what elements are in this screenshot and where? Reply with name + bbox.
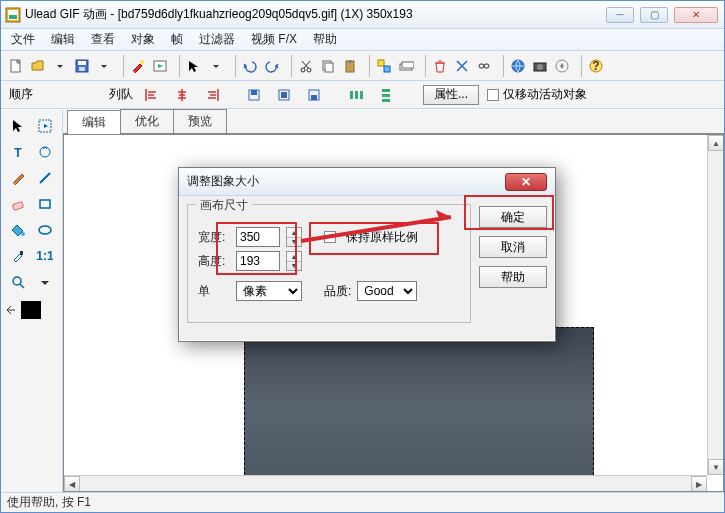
scrollbar-vertical[interactable]: ▲▼ bbox=[707, 135, 723, 475]
camera-icon[interactable] bbox=[529, 55, 551, 77]
zoom-1-1-tool[interactable]: 1:1 bbox=[33, 244, 59, 268]
align-center-icon[interactable] bbox=[171, 84, 193, 106]
motion-tool[interactable] bbox=[33, 140, 59, 164]
undo-icon[interactable] bbox=[239, 55, 261, 77]
maximize-button[interactable]: ▢ bbox=[640, 7, 668, 23]
dialog-titlebar[interactable]: 调整图象大小 ✕ bbox=[179, 168, 555, 196]
minimize-button[interactable]: ─ bbox=[606, 7, 634, 23]
pointer-tool[interactable] bbox=[5, 114, 31, 138]
rect-tool[interactable] bbox=[33, 192, 59, 216]
svg-rect-32 bbox=[311, 95, 317, 100]
ok-button[interactable]: 确定 bbox=[479, 206, 547, 228]
menu-frame[interactable]: 帧 bbox=[163, 29, 191, 50]
arrow-icon[interactable] bbox=[183, 55, 205, 77]
distribute-h-icon[interactable] bbox=[345, 84, 367, 106]
tab-optimize[interactable]: 优化 bbox=[120, 109, 174, 133]
align-left-icon[interactable] bbox=[141, 84, 163, 106]
eyedrop-tool[interactable] bbox=[5, 244, 31, 268]
width-input[interactable] bbox=[236, 227, 280, 247]
dropdown-icon[interactable] bbox=[205, 55, 227, 77]
dropdown-icon[interactable] bbox=[93, 55, 115, 77]
svg-rect-38 bbox=[382, 99, 390, 102]
unit-label: 单 bbox=[198, 283, 230, 300]
ellipse-tool[interactable] bbox=[33, 218, 59, 242]
menu-file[interactable]: 文件 bbox=[3, 29, 43, 50]
swap-color-icon[interactable] bbox=[5, 304, 17, 316]
keep-ratio-checkbox[interactable] bbox=[324, 231, 336, 243]
svg-rect-36 bbox=[382, 89, 390, 92]
scroll-down-icon[interactable]: ▼ bbox=[708, 459, 724, 475]
save-icon[interactable] bbox=[71, 55, 93, 77]
zoom-tool[interactable] bbox=[5, 270, 31, 294]
menu-help[interactable]: 帮助 bbox=[305, 29, 345, 50]
select-tool[interactable] bbox=[33, 114, 59, 138]
separator bbox=[576, 55, 582, 77]
quality-select[interactable]: Good bbox=[357, 281, 417, 301]
menu-edit[interactable]: 编辑 bbox=[43, 29, 83, 50]
tab-preview[interactable]: 预览 bbox=[173, 109, 227, 133]
svg-rect-15 bbox=[378, 60, 384, 66]
scroll-right-icon[interactable]: ▶ bbox=[691, 476, 707, 492]
line-tool[interactable] bbox=[33, 166, 59, 190]
tab-edit[interactable]: 编辑 bbox=[67, 110, 121, 134]
move-only-check[interactable]: 仅移动活动对象 bbox=[487, 86, 587, 103]
web-icon[interactable] bbox=[507, 55, 529, 77]
link-icon[interactable] bbox=[473, 55, 495, 77]
open-icon[interactable] bbox=[27, 55, 49, 77]
help-icon[interactable]: ? bbox=[585, 55, 607, 77]
dropdown-icon[interactable] bbox=[49, 55, 71, 77]
svg-point-23 bbox=[537, 64, 543, 70]
zoom-dropdown[interactable] bbox=[33, 270, 59, 294]
menu-view[interactable]: 查看 bbox=[83, 29, 123, 50]
svg-rect-14 bbox=[348, 60, 352, 63]
height-input[interactable] bbox=[236, 251, 280, 271]
align-middle-icon[interactable] bbox=[273, 84, 295, 106]
cut-icon[interactable] bbox=[295, 55, 317, 77]
scrollbar-horizontal[interactable]: ◀▶ bbox=[64, 475, 707, 491]
eraser-tool[interactable] bbox=[5, 192, 31, 216]
browser-icon[interactable] bbox=[551, 55, 573, 77]
height-spinner[interactable]: ▲▼ bbox=[286, 251, 302, 271]
properties-button[interactable]: 属性... bbox=[423, 85, 479, 105]
close-button[interactable]: ✕ bbox=[674, 7, 718, 23]
redo-icon[interactable] bbox=[261, 55, 283, 77]
svg-rect-2 bbox=[9, 15, 17, 19]
dialog-title: 调整图象大小 bbox=[187, 173, 505, 190]
fg-color-swatch[interactable] bbox=[21, 301, 41, 319]
copy-icon[interactable] bbox=[317, 55, 339, 77]
trash-icon[interactable] bbox=[429, 55, 451, 77]
scroll-up-icon[interactable]: ▲ bbox=[708, 135, 724, 151]
titlebar: Ulead GIF 动画 - [bd759d6dly1fkuahzrieog20… bbox=[1, 1, 724, 29]
help-button[interactable]: 帮助 bbox=[479, 266, 547, 288]
layers-icon[interactable] bbox=[395, 55, 417, 77]
scroll-left-icon[interactable]: ◀ bbox=[64, 476, 80, 492]
move-only-label: 仅移动活动对象 bbox=[503, 86, 587, 103]
wizard-icon[interactable] bbox=[127, 55, 149, 77]
brush-tool[interactable] bbox=[5, 166, 31, 190]
text-tool[interactable]: T bbox=[5, 140, 31, 164]
align-top-icon[interactable] bbox=[243, 84, 265, 106]
menu-object[interactable]: 对象 bbox=[123, 29, 163, 50]
width-spinner[interactable]: ▲▼ bbox=[286, 227, 302, 247]
distribute-v-icon[interactable] bbox=[375, 84, 397, 106]
fill-tool[interactable] bbox=[5, 218, 31, 242]
align-right-icon[interactable] bbox=[201, 84, 223, 106]
separator bbox=[498, 55, 504, 77]
align-bottom-icon[interactable] bbox=[303, 84, 325, 106]
object-manager-icon[interactable] bbox=[373, 55, 395, 77]
preview-icon[interactable] bbox=[149, 55, 171, 77]
new-icon[interactable] bbox=[5, 55, 27, 77]
scissors-icon[interactable] bbox=[451, 55, 473, 77]
separator bbox=[174, 55, 180, 77]
svg-rect-35 bbox=[360, 91, 363, 99]
dialog-body: 画布尺寸 宽度: ▲▼ 保持原样比例 高度: ▲▼ 单 像素 品质: Good bbox=[179, 196, 555, 331]
menubar: 文件 编辑 查看 对象 帧 过滤器 视频 F/X 帮助 bbox=[1, 29, 724, 51]
window-buttons: ─ ▢ ✕ bbox=[606, 7, 718, 23]
cancel-button[interactable]: 取消 bbox=[479, 236, 547, 258]
menu-videofx[interactable]: 视频 F/X bbox=[243, 29, 305, 50]
dialog-close-button[interactable]: ✕ bbox=[505, 173, 547, 191]
color-swatches bbox=[5, 296, 58, 320]
paste-icon[interactable] bbox=[339, 55, 361, 77]
unit-select[interactable]: 像素 bbox=[236, 281, 302, 301]
menu-filter[interactable]: 过滤器 bbox=[191, 29, 243, 50]
